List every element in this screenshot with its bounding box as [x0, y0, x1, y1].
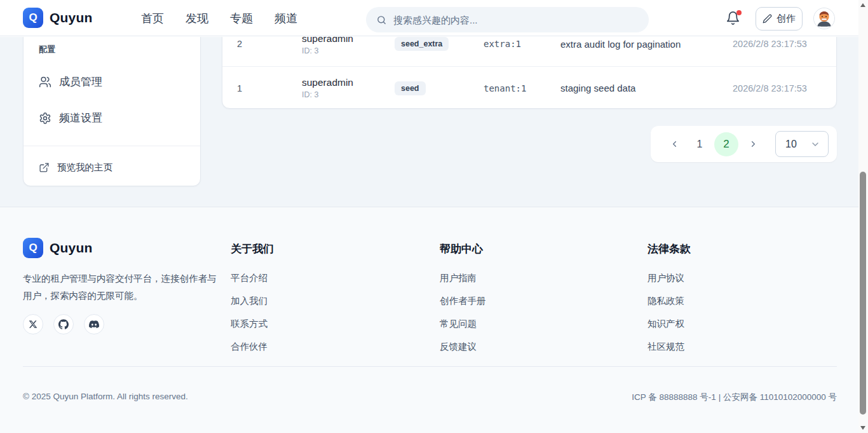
main-content: 配置 成员管理 [0, 37, 868, 207]
discord-icon [89, 319, 99, 329]
social-link-discord[interactable] [84, 314, 104, 334]
footer-link[interactable]: 创作者手册 [440, 295, 486, 307]
cell-timestamp: 2026/2/8 23:17:53 [733, 39, 836, 49]
footer-link[interactable]: 合作伙伴 [231, 341, 274, 353]
footer-brand-name: Quyun [50, 240, 93, 256]
action-badge: seed [395, 81, 426, 95]
search-bar[interactable] [366, 7, 649, 32]
create-button-label: 创作 [776, 13, 796, 25]
preview-homepage-label: 预览我的主页 [57, 162, 112, 174]
footer-column-help: 帮助中心 用户指南 创作者手册 常见问题 反馈建议 [440, 242, 486, 353]
nav-item-topics[interactable]: 专题 [230, 11, 253, 26]
copyright-text: © 2025 Quyun Platform. All rights reserv… [23, 392, 188, 403]
table-row[interactable]: 2 superadmin ID: 3 seed_extra extra:1 ex… [222, 37, 836, 66]
footer-social-links [23, 314, 217, 334]
scrollbar-thumb[interactable] [860, 172, 866, 415]
cell-timestamp: 2026/2/8 23:17:53 [733, 83, 836, 93]
sidebar-item-label: 成员管理 [59, 74, 102, 89]
footer-link[interactable]: 用户指南 [440, 272, 486, 284]
footer-column-title: 法律条款 [648, 242, 691, 256]
notification-dot [736, 10, 742, 15]
channel-admin-sidebar: 配置 成员管理 [23, 37, 201, 186]
footer-description: 专业的租户管理与内容交付平台，连接创作者与用户，探索内容的无限可能。 [23, 270, 217, 305]
user-name: superadmin [302, 37, 395, 45]
cell-action: seed [395, 81, 484, 95]
pagination-page-1[interactable]: 1 [689, 134, 710, 155]
page-size-select[interactable]: 10 [775, 131, 829, 157]
gear-icon [39, 112, 51, 125]
footer-link[interactable]: 隐私政策 [648, 295, 691, 307]
chevron-left-icon [670, 139, 679, 149]
site-footer: Q Quyun 专业的租户管理与内容交付平台，连接创作者与用户，探索内容的无限可… [0, 207, 868, 433]
cell-row-id: 1 [237, 83, 302, 93]
sidebar-item-channel-settings[interactable]: 频道设置 [31, 106, 193, 130]
footer-brand[interactable]: Q Quyun [23, 238, 217, 258]
social-link-x[interactable] [23, 314, 43, 334]
create-button[interactable]: 创作 [756, 7, 803, 31]
footer-link[interactable]: 用户协议 [648, 272, 691, 284]
brand-logo[interactable]: Q Quyun [23, 8, 93, 28]
vertical-scrollbar[interactable] [858, 0, 868, 433]
nav-item-discover[interactable]: 发现 [186, 11, 208, 26]
social-link-github[interactable] [53, 314, 74, 334]
avatar-image [814, 8, 834, 29]
footer-column-title: 关于我们 [231, 242, 274, 256]
nav-item-home[interactable]: 首页 [141, 11, 164, 26]
users-icon [39, 76, 51, 88]
chevron-right-icon [749, 139, 758, 149]
cell-user: superadmin ID: 3 [302, 37, 395, 55]
footer-link[interactable]: 常见问题 [440, 318, 486, 330]
user-id: ID: 3 [302, 46, 395, 55]
footer-divider [23, 366, 837, 367]
pencil-icon [763, 14, 772, 24]
footer-link[interactable]: 平台介绍 [231, 272, 274, 284]
icp-filing-text: ICP 备 88888888 号-1 | 公安网备 11010102000000… [632, 392, 837, 403]
footer-brand-block: Q Quyun 专业的租户管理与内容交付平台，连接创作者与用户，探索内容的无限可… [23, 238, 217, 334]
user-name: superadmin [302, 77, 395, 88]
preview-homepage-link[interactable]: 预览我的主页 [24, 146, 200, 174]
cell-user: superadmin ID: 3 [302, 77, 395, 99]
cell-ref: extra:1 [484, 39, 560, 49]
footer-link[interactable]: 联系方式 [231, 318, 274, 330]
footer-column-legal: 法律条款 用户协议 隐私政策 知识产权 社区规范 [648, 242, 691, 353]
user-id: ID: 3 [302, 90, 395, 99]
page-size-value: 10 [785, 139, 797, 150]
brand-name: Quyun [50, 10, 93, 25]
cell-description: extra audit log for pagination [560, 39, 733, 50]
footer-link[interactable]: 社区规范 [648, 341, 691, 353]
cell-description: staging seed data [560, 83, 733, 93]
cell-action: seed_extra [395, 37, 484, 51]
pagination-prev-button[interactable] [663, 134, 685, 155]
footer-column-title: 帮助中心 [440, 242, 486, 256]
search-icon [376, 15, 387, 25]
pagination: 1 2 10 [651, 126, 837, 162]
audit-log-table: 2 superadmin ID: 3 seed_extra extra:1 ex… [222, 37, 837, 109]
chevron-down-icon [810, 139, 820, 149]
x-icon [29, 320, 37, 329]
footer-column-about: 关于我们 平台介绍 加入我们 联系方式 合作伙伴 [231, 242, 274, 353]
notifications-button[interactable] [726, 11, 742, 27]
github-icon [58, 319, 69, 329]
footer-link[interactable]: 知识产权 [648, 318, 691, 330]
page: Q Quyun 首页 发现 专题 频道 [0, 0, 868, 433]
top-navigation-bar: Q Quyun 首页 发现 专题 频道 [0, 0, 868, 36]
sidebar-item-members[interactable]: 成员管理 [31, 69, 193, 94]
table-row[interactable]: 1 superadmin ID: 3 seed tenant:1 staging… [222, 66, 836, 109]
sidebar-item-label: 频道设置 [59, 111, 102, 125]
cell-row-id: 2 [237, 39, 302, 49]
scrollbar-down-arrow-icon[interactable] [860, 426, 865, 430]
search-input[interactable] [393, 15, 639, 25]
logo-icon: Q [23, 8, 43, 28]
footer-link[interactable]: 加入我们 [231, 295, 274, 307]
main-nav: 首页 发现 专题 频道 [141, 0, 297, 36]
cell-ref: tenant:1 [484, 83, 560, 93]
nav-item-channels[interactable]: 频道 [275, 11, 297, 26]
user-avatar[interactable] [813, 8, 835, 29]
sidebar-section-label: 配置 [39, 44, 185, 55]
pagination-page-2-active[interactable]: 2 [714, 132, 738, 156]
scrollbar-up-arrow-icon[interactable] [860, 3, 865, 7]
external-link-icon [39, 162, 50, 173]
footer-link[interactable]: 反馈建议 [440, 341, 486, 353]
action-badge: seed_extra [395, 37, 449, 51]
pagination-next-button[interactable] [742, 134, 764, 155]
